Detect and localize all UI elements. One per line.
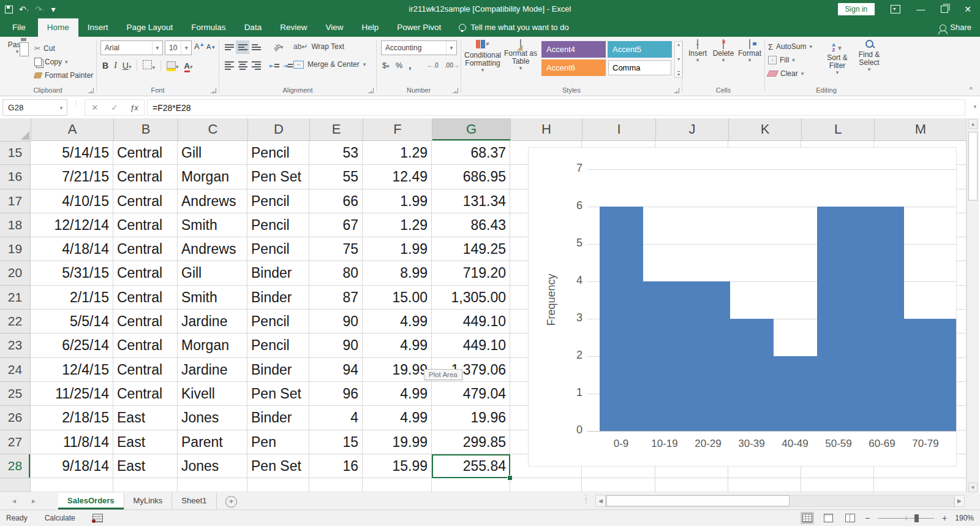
ribbon-tab-page-layout[interactable]: Page Layout (118, 18, 183, 37)
shrink-font-button[interactable]: A▼ (206, 43, 216, 50)
style-accent4[interactable]: Accent4 (541, 41, 606, 58)
expand-formula-bar-icon[interactable]: ▾ (973, 104, 976, 110)
font-size-select[interactable]: 10 ▾ (165, 40, 192, 55)
grid-cell[interactable]: Morgan (178, 334, 247, 357)
align-right-button[interactable] (249, 59, 263, 72)
grid-cell[interactable]: 9/18/14 (31, 454, 113, 478)
grid-cell[interactable]: 86.43 (432, 213, 510, 237)
decrease-indent-button[interactable]: ⇤ (268, 59, 281, 72)
font-color-button[interactable]: A▾ (184, 61, 193, 71)
grid-cell[interactable]: 12/12/14 (31, 213, 113, 237)
col-header-A[interactable]: A (31, 118, 114, 141)
paste-button[interactable]: Paste ▾ (4, 40, 31, 54)
grid-cell[interactable]: 299.85 (432, 430, 510, 454)
grid-cell[interactable]: Smith (178, 213, 247, 237)
grid-cell[interactable]: Pencil (247, 334, 309, 357)
embedded-chart[interactable]: Units Sold Frequency 012345670-910-1920-… (528, 147, 957, 467)
vertical-scroll-thumb[interactable] (968, 132, 978, 200)
row-header-22[interactable]: 22 (0, 310, 31, 334)
ribbon-tab-formulas[interactable]: Formulas (182, 18, 235, 37)
grid-cell[interactable] (801, 478, 874, 492)
font-dialog-launcher-icon[interactable] (211, 88, 216, 93)
grid-cell[interactable]: 4/10/15 (31, 189, 113, 213)
grid-cell[interactable] (178, 478, 247, 492)
grid-cell[interactable]: Jones (178, 406, 247, 430)
grid-cell[interactable]: 94 (309, 358, 363, 382)
middle-align-button[interactable] (236, 40, 249, 54)
grid-cell[interactable] (31, 478, 113, 492)
ribbon-tab-help[interactable]: Help (352, 18, 388, 37)
grid-cell[interactable] (874, 478, 967, 492)
grid-cell[interactable]: 11/8/14 (31, 430, 113, 454)
grid-cell[interactable]: 96 (309, 382, 363, 406)
restore-button[interactable] (941, 6, 948, 13)
grid-cell[interactable]: 479.04 (432, 382, 510, 406)
fill-handle[interactable] (507, 475, 513, 481)
ribbon-display-options-icon[interactable]: ▾ (891, 5, 900, 13)
grid-cell[interactable]: Andrews (178, 189, 247, 213)
formula-input[interactable]: =F28*E28 (147, 99, 965, 116)
grid-cell[interactable]: 68.37 (432, 141, 510, 165)
grid-cell[interactable] (247, 478, 309, 492)
grid-cell[interactable]: Central (113, 310, 178, 334)
grid-cell[interactable]: Binder (247, 358, 309, 382)
grid-cell[interactable]: Central (113, 237, 178, 261)
grid-cell[interactable]: East (113, 406, 178, 430)
name-box[interactable]: G28 ▾ (2, 99, 67, 116)
collapse-ribbon-icon[interactable]: ^ (970, 86, 973, 93)
grid-cell[interactable]: 1.29 (363, 141, 432, 165)
share-button[interactable]: Share (940, 18, 971, 37)
row-header-23[interactable]: 23 (0, 334, 31, 357)
col-header-E[interactable]: E (310, 118, 363, 141)
ribbon-tab-insert[interactable]: Insert (78, 18, 118, 37)
grid-cell[interactable]: Gill (178, 141, 247, 165)
grid-cell[interactable]: 67 (309, 213, 363, 237)
gallery-up-icon[interactable]: ▴ (677, 42, 680, 47)
zoom-slider-thumb[interactable] (914, 514, 919, 522)
grid-cell[interactable]: Jardine (178, 358, 247, 382)
align-left-button[interactable] (222, 59, 236, 72)
zoom-in-icon[interactable]: + (942, 513, 947, 523)
col-header-F[interactable]: F (363, 118, 432, 141)
italic-button[interactable]: I (114, 61, 117, 71)
fill-button[interactable]: ↓ Fill ▾ (768, 53, 812, 67)
grid-cell[interactable]: 449.10 (432, 334, 510, 357)
accounting-format-button[interactable]: $▾ (382, 61, 390, 70)
grid-cell[interactable]: Andrews (178, 237, 247, 261)
col-header-I[interactable]: I (582, 118, 656, 141)
grid-cell[interactable] (113, 478, 178, 492)
sign-in-button[interactable]: Sign in (838, 3, 875, 15)
page-layout-view-button[interactable] (822, 512, 835, 524)
horizontal-scrollbar[interactable] (606, 495, 954, 507)
grid-cell[interactable]: 4 (309, 406, 363, 430)
grid-cell[interactable]: Pencil (247, 189, 309, 213)
grid-cell[interactable]: Jones (178, 454, 247, 478)
vertical-scrollbar[interactable]: ▲ ▼ (967, 118, 979, 493)
grid-cell[interactable]: 4.99 (363, 310, 432, 334)
enter-icon[interactable]: ✓ (105, 103, 124, 112)
grid-cell[interactable]: Pencil (247, 310, 309, 334)
col-header-M[interactable]: M (875, 118, 967, 141)
ribbon-tab-view[interactable]: View (316, 18, 352, 37)
grow-font-button[interactable]: A▲ (194, 42, 205, 51)
grid-cell[interactable]: 11/25/14 (31, 382, 113, 406)
col-header-D[interactable]: D (248, 118, 310, 141)
alignment-dialog-launcher-icon[interactable] (368, 88, 374, 93)
grid-cell[interactable]: 16 (309, 454, 363, 478)
grid-cell[interactable]: 5/14/15 (31, 141, 113, 165)
row-header-26[interactable]: 26 (0, 406, 31, 430)
style-accent5[interactable]: Accent5 (608, 41, 672, 58)
grid-cell[interactable]: 7/21/15 (31, 165, 113, 189)
minimize-button[interactable]: — (916, 4, 925, 14)
font-name-select[interactable]: Arial ▾ (100, 40, 163, 55)
grid-cell[interactable]: 12.49 (363, 165, 432, 189)
gallery-more-icon[interactable]: ▾ (677, 71, 680, 77)
borders-button[interactable]: ▾ (143, 60, 155, 71)
grid-cell[interactable] (582, 478, 655, 492)
find-select-button[interactable]: Find & Select ▾ (854, 40, 884, 72)
grid-cell[interactable]: Central (113, 213, 178, 237)
bottom-align-button[interactable] (249, 40, 263, 54)
grid-cell[interactable] (728, 478, 801, 492)
style-accent6[interactable]: Accent6 (541, 59, 606, 76)
format-as-table-button[interactable]: ◢ Format as Table ▾ (502, 40, 539, 71)
